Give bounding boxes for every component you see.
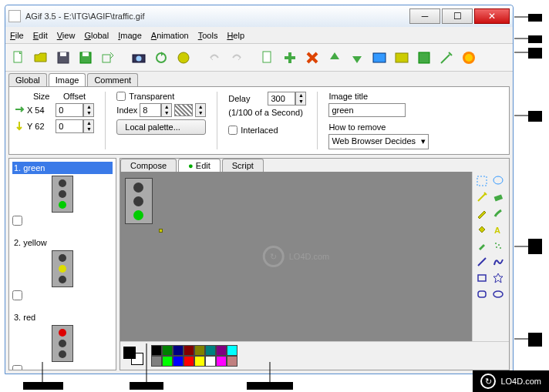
x-arrow-icon — [14, 104, 25, 116]
image-title-input[interactable] — [328, 103, 406, 117]
fill-tool-icon[interactable] — [474, 222, 490, 237]
color-swatch[interactable] — [173, 356, 184, 367]
camera-icon[interactable] — [129, 48, 149, 68]
canvas-sprite[interactable] — [125, 176, 153, 226]
interlaced-label: Interlaced — [241, 126, 278, 135]
eraser-tool-icon[interactable] — [490, 189, 506, 205]
save-icon[interactable] — [53, 48, 73, 68]
line-tool-icon[interactable] — [474, 254, 490, 270]
frame-item-3[interactable]: 3. red — [11, 310, 114, 370]
transparent-checkbox[interactable] — [116, 92, 126, 101]
frame-checkbox[interactable] — [12, 365, 22, 370]
move-up-icon[interactable] — [325, 48, 345, 68]
fg-bg-swatch[interactable] — [123, 347, 145, 365]
menu-image[interactable]: Image — [118, 31, 142, 40]
svg-rect-10 — [263, 52, 271, 62]
color-swatch[interactable] — [151, 356, 162, 367]
interlaced-checkbox[interactable] — [228, 126, 237, 135]
dropper-tool-icon[interactable] — [474, 238, 490, 253]
move-down-icon[interactable] — [347, 48, 367, 68]
tab-edit[interactable]: ● Edit — [178, 159, 221, 172]
lasso-tool-icon[interactable] — [490, 173, 506, 189]
offset-label: Offset — [63, 92, 86, 101]
color-swatch[interactable] — [162, 345, 173, 356]
menu-help[interactable]: Help — [227, 31, 244, 40]
open-file-icon[interactable] — [31, 48, 51, 68]
svg-rect-31 — [528, 35, 542, 43]
color-swatch[interactable] — [173, 345, 184, 356]
rect-tool-icon[interactable] — [474, 270, 490, 286]
reload-icon[interactable] — [151, 48, 171, 68]
tab-image[interactable]: Image — [49, 73, 86, 86]
text-tool-icon[interactable]: A — [490, 222, 506, 237]
wand-tool-icon[interactable] — [474, 189, 490, 205]
select-tool-icon[interactable] — [474, 173, 490, 189]
color-swatch[interactable] — [227, 345, 237, 356]
frame-checkbox[interactable] — [12, 290, 22, 300]
color-swatch[interactable] — [151, 345, 162, 356]
color-swatch[interactable] — [184, 345, 194, 356]
star-tool-icon[interactable] — [490, 270, 506, 286]
ellipse-tool-icon[interactable] — [490, 286, 506, 302]
tab-global[interactable]: Global — [8, 73, 47, 86]
color-swatch[interactable] — [194, 345, 205, 356]
frame-list[interactable]: 1. green 2. yellow 3. red — [8, 158, 116, 370]
color-swatch[interactable] — [162, 356, 173, 367]
wizard-icon[interactable] — [436, 48, 456, 68]
delay-unit-label: (1/100 of a Second) — [228, 108, 306, 117]
menu-edit[interactable]: Edit — [33, 31, 48, 40]
frame-item-2[interactable]: 2. yellow — [11, 235, 114, 310]
tool-palette: A — [472, 172, 509, 341]
color-swatch[interactable] — [205, 345, 216, 356]
color-swatch[interactable] — [205, 356, 216, 367]
export-icon[interactable] — [98, 48, 118, 68]
tab-comment[interactable]: Comment — [87, 73, 138, 86]
how-to-remove-select[interactable]: Web Browser Decides ▾ — [328, 134, 429, 149]
close-button[interactable]: ✕ — [474, 8, 510, 24]
frame-item-1[interactable]: 1. green — [11, 160, 114, 235]
color-reduce-icon[interactable] — [173, 48, 194, 68]
maximize-button[interactable]: ☐ — [442, 8, 473, 24]
redo-icon[interactable] — [227, 48, 247, 68]
color-swatch[interactable] — [194, 356, 205, 367]
browser-icon[interactable] — [392, 48, 412, 68]
frame-checkbox[interactable] — [12, 216, 22, 226]
color-swatch[interactable] — [216, 356, 227, 367]
brush-tool-icon[interactable] — [490, 206, 506, 221]
tab-script[interactable]: Script — [222, 159, 264, 172]
save-as-icon[interactable] — [76, 48, 96, 68]
toolbar — [5, 44, 513, 72]
roundrect-tool-icon[interactable] — [474, 286, 490, 302]
preview-icon[interactable] — [369, 48, 389, 68]
offset-y-stepper[interactable]: ▲▼ — [56, 119, 94, 133]
offset-x-stepper[interactable]: ▲▼ — [56, 103, 94, 117]
pattern-preview[interactable] — [174, 104, 193, 116]
menu-file[interactable]: File — [10, 31, 24, 40]
menu-view[interactable]: View — [57, 31, 76, 40]
add-icon[interactable] — [280, 48, 300, 68]
spray-tool-icon[interactable] — [490, 238, 506, 253]
local-palette-button[interactable]: Local palette... — [116, 119, 206, 135]
footer-logo: ↻LO4D.com — [473, 370, 549, 392]
tab-compose[interactable]: Compose — [120, 159, 177, 172]
undo-icon[interactable] — [204, 48, 224, 68]
minimize-button[interactable]: ─ — [409, 8, 440, 24]
x-label: X — [27, 106, 32, 115]
resize-handle[interactable] — [159, 229, 163, 233]
optimize-icon[interactable] — [414, 48, 434, 68]
delay-stepper[interactable]: ▲▼ — [268, 92, 306, 106]
color-swatch[interactable] — [184, 356, 194, 367]
canvas[interactable]: ↻LO4D.com — [120, 172, 472, 341]
menu-global[interactable]: Global — [84, 31, 109, 40]
new-frame-icon[interactable] — [258, 48, 278, 68]
menu-animation[interactable]: Animation — [151, 31, 189, 40]
index-stepper[interactable]: ▲▼ — [140, 103, 172, 117]
color-swatch[interactable] — [227, 356, 237, 367]
new-file-icon[interactable] — [8, 48, 29, 68]
play-icon[interactable] — [459, 48, 479, 68]
pencil-tool-icon[interactable] — [474, 206, 490, 221]
menu-tools[interactable]: Tools — [198, 31, 218, 40]
delete-icon[interactable] — [302, 48, 322, 68]
color-swatch[interactable] — [216, 345, 227, 356]
curve-tool-icon[interactable] — [490, 254, 506, 270]
